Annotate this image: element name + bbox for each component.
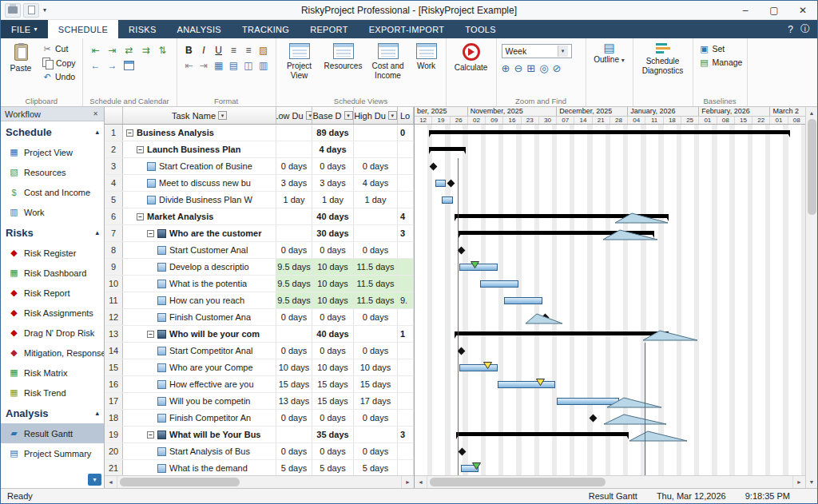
low-duration-cell[interactable]: 0 days [276, 309, 312, 325]
header-low-duration[interactable]: Low Du▾ [276, 107, 312, 124]
high-duration-cell[interactable] [354, 427, 398, 442]
scroll-up-icon[interactable]: ▲ [806, 107, 817, 119]
print-button[interactable] [5, 3, 21, 18]
sidebar-item-result-gantt[interactable]: ▰Result Gantt [1, 423, 104, 443]
undo-button[interactable]: ↶Undo [41, 71, 77, 82]
row-number[interactable]: 13 [105, 326, 123, 342]
scroll-down-icon[interactable]: ▼ [806, 476, 817, 488]
column-dropdown-icon[interactable]: ▾ [344, 111, 353, 120]
low-start-cell[interactable] [398, 175, 414, 191]
chevron-up-icon[interactable]: ▴ [95, 128, 99, 136]
table-row[interactable]: 9Develop a descriptio9.5 days10 days11.5… [105, 259, 414, 276]
low-duration-cell[interactable] [276, 326, 312, 342]
base-duration-cell[interactable]: 3 days [312, 175, 354, 191]
low-start-cell[interactable]: 9. [398, 292, 414, 308]
table-row[interactable]: 5Divide Business Plan W1 day1 day1 day [105, 192, 414, 208]
manage-baselines-button[interactable]: ▤Manage [698, 57, 742, 68]
base-duration-cell[interactable]: 0 days [312, 242, 354, 258]
table-row[interactable]: 12Finish Customer Ana0 days0 days0 days [105, 309, 414, 326]
low-duration-cell[interactable]: 9.5 days [276, 292, 312, 308]
format-table-button[interactable]: ▥ [258, 59, 269, 71]
format-indent-button[interactable]: ⇥ [198, 59, 209, 71]
low-duration-cell[interactable]: 3 days [276, 175, 312, 191]
low-start-cell[interactable] [398, 443, 414, 459]
low-start-cell[interactable]: 0 [398, 125, 414, 141]
format-cells-button[interactable]: ◫ [243, 59, 254, 71]
chevron-up-icon[interactable]: ▴ [95, 228, 99, 236]
low-duration-cell[interactable]: 9.5 days [276, 259, 312, 275]
base-duration-cell[interactable]: 30 days [312, 225, 354, 241]
tab-report[interactable]: REPORT [300, 20, 358, 38]
table-row[interactable]: 10What is the potentia9.5 days10 days11.… [105, 276, 414, 292]
vertical-scrollbar[interactable]: ▲ ▼ [805, 107, 817, 488]
column-dropdown-icon[interactable]: ▾ [306, 111, 312, 120]
table-row[interactable]: 8Start Customer Anal0 days0 days0 days [105, 242, 414, 259]
sidebar-item-project-summary[interactable]: ▤Project Summary [1, 443, 104, 463]
low-duration-cell[interactable]: 0 days [276, 242, 312, 258]
row-number[interactable]: 11 [105, 292, 123, 308]
low-start-cell[interactable]: 3 [398, 225, 414, 241]
low-start-cell[interactable] [398, 343, 414, 359]
table-row[interactable]: 19−What will be Your Bus35 days3 [105, 427, 414, 443]
high-duration-cell[interactable]: 0 days [354, 158, 398, 174]
clear-filter-button[interactable]: ⊘ [553, 62, 562, 74]
gantt-chart[interactable] [415, 125, 805, 475]
help-button[interactable]: ? [788, 24, 793, 35]
timescale-select[interactable]: Week ▾ [502, 44, 572, 58]
high-duration-cell[interactable] [354, 208, 398, 224]
low-start-cell[interactable] [398, 276, 414, 292]
row-number[interactable]: 3 [105, 158, 123, 174]
row-number[interactable]: 14 [105, 343, 123, 359]
row-number[interactable]: 10 [105, 276, 123, 292]
high-duration-cell[interactable]: 0 days [354, 443, 398, 459]
table-row[interactable]: 20Start Analysis of Bus0 days0 days0 day… [105, 443, 414, 460]
risk-marker-icon[interactable] [471, 261, 479, 268]
cut-button[interactable]: ✂Cut [41, 43, 77, 54]
base-duration-cell[interactable]: 89 days [312, 125, 354, 141]
format-rows-button[interactable]: ▤ [228, 59, 240, 71]
align-center-button[interactable]: ≡ [243, 44, 254, 56]
row-number[interactable]: 2 [105, 141, 123, 157]
high-duration-cell[interactable]: 0 days [354, 343, 398, 359]
low-duration-cell[interactable] [276, 141, 312, 157]
sidebar-item-risk-trend[interactable]: ▦Risk Trend [1, 383, 104, 403]
high-duration-cell[interactable]: 0 days [354, 309, 398, 325]
header-low-start[interactable]: Lo [398, 107, 414, 124]
high-duration-cell[interactable] [354, 125, 398, 141]
workflow-close-button[interactable]: ✕ [91, 110, 100, 117]
low-duration-cell[interactable]: 15 days [276, 376, 312, 392]
tab-schedule[interactable]: SCHEDULE [48, 20, 118, 38]
tab-tools[interactable]: TOOLS [455, 20, 506, 38]
table-row[interactable]: 1−Business Analysis89 days0 [105, 125, 414, 141]
base-duration-cell[interactable]: 40 days [312, 326, 354, 342]
high-duration-cell[interactable]: 0 days [354, 410, 398, 426]
previous-button[interactable]: ← [89, 59, 102, 71]
zoom-page-button[interactable]: ⊞ [526, 62, 535, 74]
header-base-duration[interactable]: Base D▾ [312, 107, 354, 124]
chevron-up-icon[interactable]: ▴ [95, 409, 99, 417]
table-row[interactable]: 16How effective are you15 days15 days15 … [105, 376, 414, 393]
table-row[interactable]: 14Start Competitor Anal0 days0 days0 day… [105, 343, 414, 359]
scroll-right-icon[interactable]: ► [792, 476, 805, 488]
base-duration-cell[interactable]: 0 days [312, 443, 354, 459]
sidebar-item-resources[interactable]: ▧Resources [1, 162, 104, 182]
sidebar-item-drag-n-drop-risk[interactable]: ◆Drag N' Drop Risk [1, 323, 104, 343]
table-row[interactable]: 15Who are your Compe10 days10 days10 day… [105, 359, 414, 376]
low-start-cell[interactable] [398, 141, 414, 157]
base-duration-cell[interactable]: 0 days [312, 343, 354, 359]
base-duration-cell[interactable]: 15 days [312, 376, 354, 392]
base-duration-cell[interactable]: 15 days [312, 393, 354, 409]
format-outdent-button[interactable]: ⇤ [184, 59, 195, 71]
cost-income-view-button[interactable]: Cost and Income [369, 41, 407, 96]
gantt-milestone[interactable] [458, 347, 466, 355]
sidebar-item-risk-register[interactable]: ◆Risk Register [1, 243, 104, 263]
row-number[interactable]: 19 [105, 427, 123, 442]
chevron-down-icon[interactable]: ▾ [558, 46, 568, 57]
high-duration-cell[interactable] [354, 326, 398, 342]
sidebar-item-risk-matrix[interactable]: ▦Risk Matrix [1, 363, 104, 383]
row-number[interactable]: 16 [105, 376, 123, 392]
minimize-button[interactable]: – [731, 1, 760, 19]
scrollbar-thumb[interactable] [430, 478, 606, 486]
tab-export-import[interactable]: EXPORT-IMPORT [359, 20, 455, 38]
scrollbar-thumb[interactable] [808, 119, 816, 215]
